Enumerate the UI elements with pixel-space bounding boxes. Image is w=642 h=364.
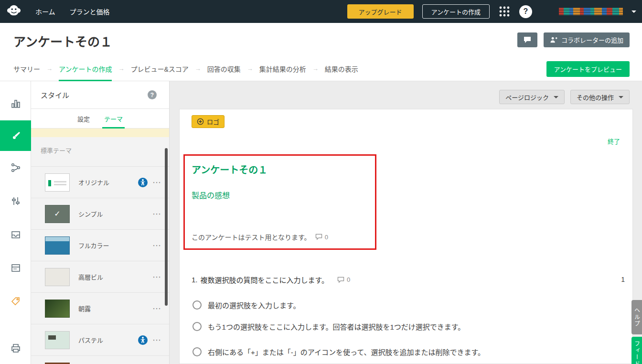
- theme-thumbnail: [45, 236, 70, 255]
- theme-list-area: 標準テーマ オリジナル ⋯ ✓ シンプル ⋯ フルカラー: [31, 137, 169, 364]
- tab-theme[interactable]: テーマ: [104, 109, 123, 128]
- add-logo-button[interactable]: ロゴ: [192, 115, 225, 128]
- add-logo-icon: [197, 118, 204, 125]
- create-survey-button[interactable]: アンケートの作成: [422, 4, 490, 19]
- radio-icon[interactable]: [193, 347, 202, 356]
- rail-style-brush-icon[interactable]: [0, 120, 31, 151]
- help-side-tab[interactable]: ヘルプ: [631, 300, 642, 334]
- step-present-results[interactable]: 結果の表示: [325, 56, 358, 81]
- theme-thumbnail-selected: ✓: [45, 205, 70, 223]
- step-design-survey[interactable]: アンケートの作成: [59, 56, 112, 81]
- theme-menu-icon[interactable]: ⋯: [152, 303, 161, 314]
- survey-title[interactable]: アンケートその１: [192, 162, 268, 176]
- scrolled-banner-remnant: [31, 128, 169, 137]
- theme-thumbnail: [45, 268, 70, 286]
- theme-row-morningdew[interactable]: 朝露 ⋯: [31, 292, 169, 324]
- theme-thumbnail: [45, 173, 70, 192]
- theme-row-skyscraper[interactable]: 高層ビル ⋯: [31, 261, 169, 292]
- theme-thumbnail: [45, 331, 70, 349]
- question-1[interactable]: 1. 複数選択肢の質問をここに入力します。 0: [192, 275, 350, 285]
- apps-grid-icon[interactable]: [498, 5, 511, 18]
- theme-row-simple[interactable]: ✓ シンプル ⋯: [31, 198, 169, 229]
- speech-bubble-icon: [524, 36, 531, 43]
- description-comment-badge[interactable]: 0: [315, 234, 328, 241]
- caret-down-icon: [554, 96, 558, 98]
- tab-settings[interactable]: 設定: [77, 109, 90, 128]
- survey-description[interactable]: このアンケートはテスト用となります。 0: [192, 232, 328, 242]
- step-arrow-icon: →: [118, 65, 124, 72]
- theme-row-original[interactable]: オリジナル ⋯: [31, 166, 169, 198]
- feedback-side-tab[interactable]: フィードバック: [631, 337, 642, 364]
- selected-title-block[interactable]: アンケートその１ 製品の感想 このアンケートはテスト用となります。 0: [183, 154, 376, 250]
- theme-thumbnail: [45, 363, 70, 364]
- page-title: アンケートその１: [13, 32, 112, 50]
- rail-print-icon[interactable]: [0, 332, 31, 364]
- accessibility-icon[interactable]: [138, 178, 148, 187]
- comments-button[interactable]: [517, 32, 537, 47]
- user-menu-caret-icon[interactable]: [631, 11, 636, 13]
- step-arrow-icon: →: [247, 65, 253, 72]
- workflow-steps: サマリー → アンケートの作成 → プレビュー&スコア → 回答の収集 → 集計…: [0, 56, 642, 81]
- nav-home[interactable]: ホーム: [35, 7, 55, 16]
- survey-header: アンケートその１ コラボレーターの追加: [0, 23, 642, 56]
- theme-menu-icon[interactable]: ⋯: [152, 177, 161, 188]
- rail-question-bank-icon[interactable]: [0, 218, 31, 251]
- user-name-redacted[interactable]: [559, 8, 623, 15]
- exit-link[interactable]: 終了: [608, 137, 620, 146]
- step-arrow-icon: →: [312, 65, 319, 72]
- add-person-icon: [550, 36, 557, 43]
- rail-build-icon[interactable]: [0, 87, 31, 120]
- rail-media-card-icon[interactable]: [0, 251, 31, 285]
- question-number: 1.: [192, 276, 198, 284]
- help-icon[interactable]: ?: [519, 5, 532, 18]
- rail-options-sliders-icon[interactable]: [0, 184, 31, 218]
- style-panel-title: スタイル: [41, 90, 69, 100]
- more-actions-button[interactable]: その他の操作: [570, 90, 630, 104]
- answer-option-2[interactable]: もう1つの選択肢をここに入力します。回答者は選択肢を1つだけ選択できます。: [193, 321, 465, 332]
- survey-subtitle[interactable]: 製品の感想: [192, 189, 230, 201]
- style-help-icon[interactable]: ?: [148, 90, 157, 99]
- step-analyze-results[interactable]: 集計結果の分析: [259, 56, 306, 81]
- answer-option-1[interactable]: 最初の選択肢を入力します。: [193, 300, 300, 310]
- theme-thumbnail: [45, 300, 70, 318]
- standard-themes-label: 標準テーマ: [41, 146, 72, 155]
- nav-plans-pricing[interactable]: プランと価格: [70, 7, 110, 16]
- page-number: 1: [621, 276, 625, 283]
- step-summary[interactable]: サマリー: [13, 56, 40, 81]
- question-comment-badge[interactable]: 0: [337, 276, 350, 283]
- style-panel: スタイル ? 設定 テーマ 標準テーマ オリジナル ⋯ ✓ シンプル: [31, 81, 170, 364]
- rail-tag-icon[interactable]: [0, 285, 31, 318]
- top-nav: ホーム プランと価格 アップグレード アンケートの作成 ?: [0, 0, 642, 23]
- step-arrow-icon: →: [195, 65, 201, 72]
- upgrade-button[interactable]: アップグレード: [347, 4, 414, 19]
- surveymonkey-logo-icon[interactable]: [7, 3, 21, 20]
- accessibility-icon[interactable]: [138, 335, 148, 345]
- builder-rail: [0, 81, 31, 364]
- caret-down-icon: [619, 96, 623, 98]
- theme-menu-icon[interactable]: ⋯: [152, 209, 161, 219]
- speech-bubble-icon: [315, 234, 322, 240]
- step-arrow-icon: →: [46, 65, 53, 72]
- theme-menu-icon[interactable]: ⋯: [152, 240, 161, 251]
- question-text: 複数選択肢の質問をここに入力します。: [201, 275, 329, 285]
- theme-row-pastel[interactable]: パステル ⋯: [31, 324, 169, 355]
- answer-option-3[interactable]: 右側にある「+」または「-」のアイコンを使って、選択肢を追加または削除できます。: [193, 347, 485, 357]
- survey-canvas: ロゴ 終了 アンケートその１ 製品の感想 このアンケートはテスト用となります。 …: [179, 109, 633, 364]
- theme-menu-icon[interactable]: ⋯: [152, 335, 161, 345]
- step-collect-responses[interactable]: 回答の収集: [207, 56, 241, 81]
- step-preview-score[interactable]: プレビュー&スコア: [130, 56, 188, 81]
- radio-icon[interactable]: [193, 300, 202, 310]
- preview-survey-button[interactable]: アンケートをプレビュー: [546, 61, 630, 77]
- selected-check-icon: ✓: [54, 209, 60, 218]
- rail-logic-icon[interactable]: [0, 151, 31, 184]
- speech-bubble-icon: [337, 277, 344, 283]
- theme-row-fullcolor[interactable]: フルカラー ⋯: [31, 229, 169, 261]
- panel-scrollbar[interactable]: [165, 148, 168, 306]
- theme-menu-icon[interactable]: ⋯: [152, 272, 161, 282]
- radio-icon[interactable]: [193, 322, 202, 331]
- page-logic-button[interactable]: ページロジック: [499, 90, 565, 104]
- theme-row-partial[interactable]: [31, 355, 169, 364]
- add-collaborators-button[interactable]: コラボレーターの追加: [544, 32, 630, 47]
